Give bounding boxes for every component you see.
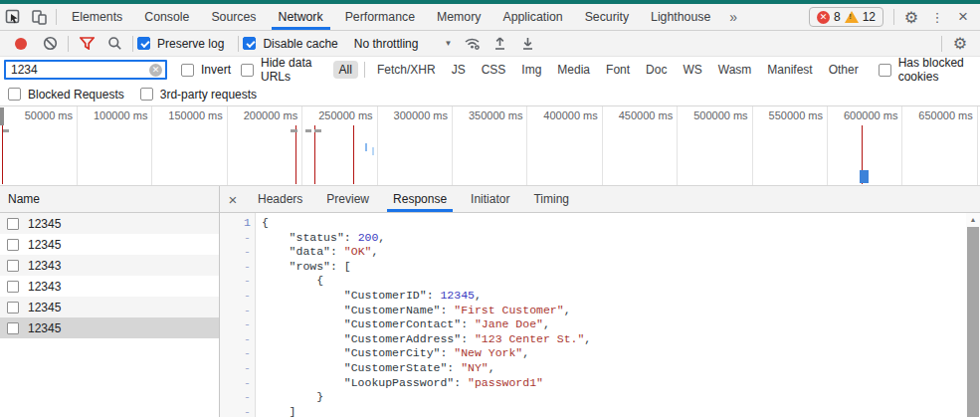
- filter-type-other[interactable]: Other: [823, 61, 865, 79]
- request-row[interactable]: 12345: [0, 297, 219, 317]
- details-tab-timing[interactable]: Timing: [521, 186, 581, 212]
- filter-type-js[interactable]: JS: [446, 61, 472, 79]
- import-har-icon[interactable]: [488, 33, 511, 55]
- scroll-up-icon[interactable]: ▲: [966, 213, 980, 226]
- vertical-scrollbar[interactable]: ▲: [966, 213, 980, 417]
- details-tab-response[interactable]: Response: [381, 186, 459, 212]
- disable-cache-checkbox[interactable]: [243, 37, 256, 50]
- filter-type-all[interactable]: All: [333, 61, 358, 79]
- hide-data-urls-label: Hide data URLs: [261, 56, 313, 84]
- timeline-tick-label: 300000 ms: [372, 109, 448, 121]
- filter-input[interactable]: [6, 63, 143, 77]
- request-row[interactable]: 12345: [0, 234, 219, 255]
- filter-type-img[interactable]: Img: [515, 61, 547, 79]
- network-conditions-icon[interactable]: [460, 33, 484, 55]
- tab-lighthouse[interactable]: Lighthouse: [640, 4, 721, 30]
- filter-type-doc[interactable]: Doc: [640, 61, 673, 79]
- filter-type-css[interactable]: CSS: [476, 61, 512, 79]
- device-toolbar-icon[interactable]: [26, 5, 52, 29]
- filter-type-manifest[interactable]: Manifest: [761, 61, 818, 79]
- line-number: -: [220, 390, 251, 405]
- tab-application[interactable]: Application: [491, 4, 573, 30]
- request-name: 12345: [28, 217, 61, 231]
- details-tab-preview[interactable]: Preview: [314, 186, 381, 212]
- inspect-icon[interactable]: [0, 5, 26, 29]
- details-tabbar: × HeadersPreviewResponseInitiatorTiming: [220, 186, 980, 213]
- code-line: - ]: [220, 405, 966, 417]
- code-line: - "CustomerState": "NY",: [220, 361, 966, 376]
- divider: [56, 9, 57, 25]
- timeline-tick-label: 600000 ms: [822, 109, 897, 121]
- request-name: 12345: [28, 238, 61, 252]
- details-tab-initiator[interactable]: Initiator: [459, 186, 521, 212]
- timeline-tick-label: 450000 ms: [597, 109, 673, 121]
- line-number: -: [220, 405, 251, 417]
- tab-performance[interactable]: Performance: [334, 4, 426, 30]
- file-icon: [7, 218, 19, 230]
- details-tabs: HeadersPreviewResponseInitiatorTiming: [246, 186, 581, 212]
- filter-type-ws[interactable]: WS: [677, 61, 707, 79]
- scrollbar-thumb[interactable]: [967, 227, 979, 417]
- blocked-requests-checkbox[interactable]: [8, 88, 21, 101]
- close-icon[interactable]: ×: [950, 5, 976, 29]
- hide-data-urls-checkbox[interactable]: [241, 64, 254, 77]
- gear-icon[interactable]: ⚙: [898, 5, 924, 29]
- timeline-tick-label: 250000 ms: [297, 109, 373, 121]
- tab-memory[interactable]: Memory: [426, 4, 491, 30]
- gear-icon[interactable]: ⚙: [948, 33, 972, 55]
- filter-funnel-icon[interactable]: [75, 33, 98, 55]
- details-tab-headers[interactable]: Headers: [246, 186, 314, 212]
- load-event-line: [353, 125, 354, 184]
- network-overview-timeline[interactable]: 50000 ms100000 ms150000 ms200000 ms25000…: [0, 106, 980, 186]
- request-row[interactable]: 12343: [0, 255, 219, 276]
- divider: [941, 36, 942, 52]
- filter-type-wasm[interactable]: Wasm: [712, 61, 758, 79]
- has-blocked-cookies-checkbox[interactable]: [879, 64, 891, 77]
- record-icon[interactable]: [15, 38, 27, 50]
- panel-tabs: ElementsConsoleSourcesNetworkPerformance…: [61, 4, 721, 30]
- request-type-filters: AllFetch/XHRJSCSSImgMediaFontDocWSWasmMa…: [331, 61, 867, 79]
- search-icon[interactable]: [102, 33, 126, 55]
- filter-type-media[interactable]: Media: [551, 61, 596, 79]
- load-event-line: [314, 125, 315, 184]
- line-number: -: [220, 346, 251, 361]
- request-list: 123451234512343123431234512345: [0, 213, 219, 338]
- invert-checkbox[interactable]: [181, 64, 194, 77]
- timeline-tick-label: 50000 ms: [0, 109, 73, 121]
- name-column-label: Name: [8, 192, 40, 206]
- name-column-header[interactable]: Name: [0, 186, 219, 213]
- timeline-gridline: [977, 106, 978, 185]
- tab-network[interactable]: Network: [268, 4, 334, 30]
- file-icon: [7, 260, 19, 272]
- blocked-requests-label: Blocked Requests: [28, 88, 124, 102]
- more-tabs-icon[interactable]: »: [721, 9, 745, 25]
- third-party-requests-checkbox[interactable]: [140, 88, 153, 101]
- timeline-tick-label: 200000 ms: [222, 109, 297, 121]
- line-number: -: [220, 231, 251, 246]
- tab-elements[interactable]: Elements: [61, 4, 133, 30]
- third-party-requests-label: 3rd-party requests: [160, 88, 257, 102]
- tab-console[interactable]: Console: [133, 4, 200, 30]
- tab-sources[interactable]: Sources: [200, 4, 267, 30]
- filter-type-fetch-xhr[interactable]: Fetch/XHR: [371, 61, 442, 79]
- issues-badge[interactable]: ✕ 8 12: [809, 7, 883, 27]
- export-har-icon[interactable]: [515, 33, 539, 55]
- tab-security[interactable]: Security: [574, 4, 640, 30]
- divider: [364, 62, 365, 78]
- throttling-value: No throttling: [354, 37, 419, 51]
- throttling-select[interactable]: No throttling ▼: [354, 37, 453, 51]
- clear-filter-icon[interactable]: ✕: [149, 64, 162, 77]
- code-line: - "CustomerCity": "New York",: [220, 346, 966, 361]
- line-number: -: [220, 304, 251, 318]
- request-row[interactable]: 12345: [0, 317, 219, 338]
- close-details-icon[interactable]: ×: [220, 191, 246, 208]
- request-row[interactable]: 12343: [0, 276, 219, 297]
- activity-mark: [860, 170, 869, 183]
- kebab-menu-icon[interactable]: ⋮: [924, 5, 950, 29]
- filter-type-font[interactable]: Font: [600, 61, 636, 79]
- line-number: -: [220, 289, 251, 304]
- request-row[interactable]: 12345: [0, 213, 219, 234]
- clear-icon[interactable]: [38, 33, 62, 55]
- preserve-log-checkbox[interactable]: [137, 37, 150, 50]
- code-line: - }: [220, 390, 966, 405]
